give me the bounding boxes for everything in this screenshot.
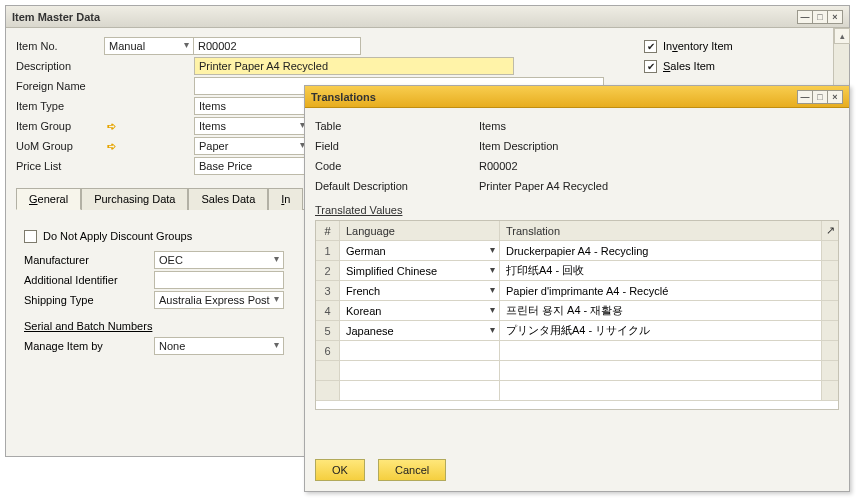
checkbox-icon: ✔ [644, 40, 657, 53]
col-translation[interactable]: Translation [500, 221, 822, 241]
translation-cell[interactable]: 打印纸A4 - 回收 [500, 261, 822, 281]
translation-cell[interactable] [500, 381, 822, 401]
language-cell[interactable] [340, 381, 500, 401]
scrollbar-track[interactable] [822, 281, 838, 301]
code-value: R00002 [475, 157, 839, 175]
sales-item-checkbox[interactable]: ✔ Sales Item [644, 56, 825, 76]
row-num: 6 [316, 341, 340, 361]
label-foreign-name: Foreign Name [16, 80, 104, 92]
description-input[interactable]: Printer Paper A4 Recycled [194, 57, 514, 75]
item-no-mode-select[interactable]: Manual [104, 37, 194, 55]
cancel-button[interactable]: Cancel [378, 459, 446, 481]
table-row[interactable]: 1GermanDruckerpapier A4 - Recycling [316, 241, 838, 261]
inventory-item-checkbox[interactable]: ✔ Inventory Item [644, 36, 825, 56]
translated-values-heading: Translated Values [315, 204, 839, 216]
translation-cell[interactable] [500, 361, 822, 381]
checkbox-icon [24, 230, 37, 243]
table-row[interactable]: 6 [316, 341, 838, 361]
label-uom-group: UoM Group [16, 140, 104, 152]
manufacturer-select[interactable]: OEC [154, 251, 284, 269]
minimize-button[interactable]: — [797, 90, 813, 104]
language-cell[interactable]: Japanese [340, 321, 500, 341]
expand-icon[interactable]: ↗ [822, 221, 838, 241]
scrollbar-track[interactable] [822, 361, 838, 381]
discount-groups-label: Do Not Apply Discount Groups [43, 230, 192, 242]
additional-identifier-input[interactable] [154, 271, 284, 289]
scrollbar-track[interactable] [822, 341, 838, 361]
label-price-list: Price List [16, 160, 104, 172]
translation-cell[interactable]: プリンタ用紙A4 - リサイクル [500, 321, 822, 341]
link-arrow-icon[interactable]: ➪ [104, 119, 118, 133]
language-cell[interactable]: French [340, 281, 500, 301]
manufacturer-value: OEC [159, 254, 183, 266]
label-item-type: Item Type [16, 100, 104, 112]
language-cell[interactable]: Korean [340, 301, 500, 321]
price-list-value: Base Price [199, 160, 252, 172]
discount-groups-checkbox[interactable]: Do Not Apply Discount Groups [24, 226, 306, 246]
item-no-mode-value: Manual [109, 40, 145, 52]
description-value: Printer Paper A4 Recycled [199, 60, 328, 72]
translations-window: Translations — □ × Table Items Field Ite… [304, 85, 850, 492]
manage-item-by-select[interactable]: None [154, 337, 284, 355]
ok-button[interactable]: OK [315, 459, 365, 481]
link-arrow-icon[interactable]: ➪ [104, 139, 118, 153]
checkbox-icon: ✔ [644, 60, 657, 73]
label-field: Field [315, 140, 475, 152]
label-default-description: Default Description [315, 180, 475, 192]
translation-cell[interactable]: Papier d'imprimante A4 - Recyclé [500, 281, 822, 301]
label-code: Code [315, 160, 475, 172]
table-row[interactable]: 3FrenchPapier d'imprimante A4 - Recyclé [316, 281, 838, 301]
row-num [316, 381, 340, 401]
tab-general-rest: eneral [38, 193, 69, 205]
translations-titlebar[interactable]: Translations — □ × [305, 86, 849, 108]
item-group-select[interactable]: Items [194, 117, 310, 135]
close-button[interactable]: × [827, 10, 843, 24]
col-num[interactable]: # [316, 221, 340, 241]
table-row[interactable]: 2Simplified Chinese打印纸A4 - 回收 [316, 261, 838, 281]
tab-purchasing-data[interactable]: Purchasing Data [81, 188, 188, 210]
minimize-button[interactable]: — [797, 10, 813, 24]
field-value: Item Description [475, 137, 839, 155]
item-group-value: Items [199, 120, 226, 132]
col-language[interactable]: Language [340, 221, 500, 241]
close-button[interactable]: × [827, 90, 843, 104]
uom-group-select[interactable]: Paper [194, 137, 310, 155]
scrollbar-track[interactable] [822, 261, 838, 281]
tab-general[interactable]: General [16, 188, 81, 210]
scrollbar-track[interactable] [822, 321, 838, 341]
maximize-button[interactable]: □ [812, 90, 828, 104]
table-row[interactable]: 4Korean프린터 용지 A4 - 재활용 [316, 301, 838, 321]
label-item-no: Item No. [16, 40, 104, 52]
shipping-type-select[interactable]: Australia Express Post [154, 291, 284, 309]
tab-sales-data[interactable]: Sales Data [188, 188, 268, 210]
language-cell[interactable] [340, 361, 500, 381]
inventory-item-label: Inventory Item [663, 40, 733, 52]
tab-inventory-cut[interactable]: In [268, 188, 303, 210]
table-row[interactable] [316, 381, 838, 401]
language-cell[interactable]: German [340, 241, 500, 261]
item-no-input[interactable]: R00002 [193, 37, 361, 55]
label-table: Table [315, 120, 475, 132]
row-num: 3 [316, 281, 340, 301]
language-cell[interactable] [340, 341, 500, 361]
row-num: 4 [316, 301, 340, 321]
row-num: 1 [316, 241, 340, 261]
maximize-button[interactable]: □ [812, 10, 828, 24]
scrollbar-track[interactable] [822, 301, 838, 321]
label-manage-item-by: Manage Item by [24, 340, 154, 352]
scrollbar-track[interactable] [822, 241, 838, 261]
row-num [316, 361, 340, 381]
item-master-titlebar[interactable]: Item Master Data — □ × [6, 6, 849, 28]
table-row[interactable] [316, 361, 838, 381]
label-additional-identifier: Additional Identifier [24, 274, 154, 286]
table-row[interactable]: 5Japaneseプリンタ用紙A4 - リサイクル [316, 321, 838, 341]
serial-batch-heading: Serial and Batch Numbers [24, 320, 224, 332]
scrollbar-track[interactable] [822, 381, 838, 401]
translation-cell[interactable]: Druckerpapier A4 - Recycling [500, 241, 822, 261]
language-cell[interactable]: Simplified Chinese [340, 261, 500, 281]
label-description: Description [16, 60, 104, 72]
translation-cell[interactable] [500, 341, 822, 361]
uom-group-value: Paper [199, 140, 228, 152]
translation-cell[interactable]: 프린터 용지 A4 - 재활용 [500, 301, 822, 321]
manage-item-by-value: None [159, 340, 185, 352]
